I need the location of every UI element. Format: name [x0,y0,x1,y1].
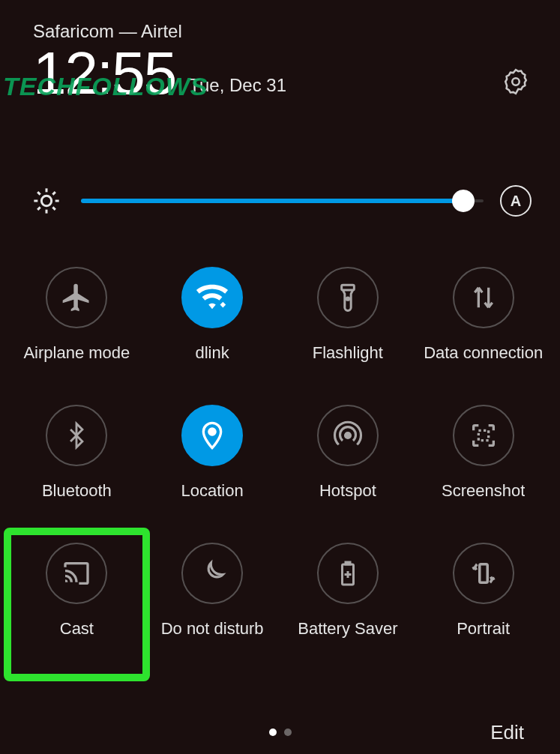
tile-label: Airplane mode [23,343,130,363]
moon-icon [181,543,243,604]
auto-brightness-label: A [511,193,521,210]
svg-point-12 [209,429,215,435]
page-dot-2 [284,729,292,736]
screenshot-icon [453,405,514,466]
airplane-icon [46,267,107,328]
time-row: 12:55 Tue, Dec 31 [33,43,286,103]
battery-saver-icon [317,543,379,604]
tile-label: Flashlight [313,343,383,363]
slider-thumb[interactable] [452,190,475,212]
page-dot-1 [269,729,277,736]
tile-airplane-mode[interactable]: Airplane mode [9,267,145,363]
tile-label: Cast [60,619,94,639]
tile-bluetooth[interactable]: Bluetooth [9,405,145,501]
bluetooth-icon [46,405,107,466]
tile-cast[interactable]: Cast [9,543,145,639]
tile-battery-saver[interactable]: Battery Saver [280,543,416,639]
brightness-icon [28,183,64,219]
tile-label: Battery Saver [298,619,397,639]
svg-rect-19 [479,564,487,583]
tile-do-not-disturb[interactable]: Do not disturb [145,543,280,639]
svg-line-7 [52,207,55,210]
tile-label: Do not disturb [161,619,264,639]
wifi-icon [181,267,243,328]
hotspot-icon [317,405,379,466]
tile-data-connection[interactable]: Data connection [415,267,551,363]
tile-label: Screenshot [442,481,525,501]
auto-brightness-button[interactable]: A [500,185,532,217]
footer: Edit [0,729,560,736]
svg-rect-16 [346,562,350,564]
svg-point-11 [346,298,349,300]
tile-label: dlink [196,343,229,363]
carrier-label: Safaricom — Airtel [33,21,286,42]
data-connection-icon [453,267,514,328]
tile-flashlight[interactable]: Flashlight [280,267,416,363]
svg-line-9 [52,192,55,195]
clock-time: 12:55 [33,43,175,103]
gear-icon [502,67,530,96]
tile-hotspot[interactable]: Hotspot [280,405,416,501]
header-left: Safaricom — Airtel 12:55 Tue, Dec 31 [33,21,286,103]
svg-point-1 [41,196,51,205]
portrait-lock-icon [453,543,514,604]
svg-point-13 [345,433,350,438]
svg-point-0 [512,78,520,85]
page-indicator[interactable] [269,729,292,736]
brightness-slider[interactable] [81,186,484,216]
tile-wifi[interactable]: dlink [145,267,280,363]
location-icon [181,405,243,466]
tile-label: Portrait [457,619,510,639]
tile-portrait[interactable]: Portrait [415,543,551,639]
cast-icon [46,543,107,604]
brightness-row: A [0,183,560,219]
slider-fill [81,199,468,203]
tile-label: Data connection [424,343,543,363]
svg-line-8 [37,207,40,210]
svg-rect-10 [342,285,355,290]
tile-label: Bluetooth [42,481,112,501]
quick-settings-grid: Airplane mode dlink Flashlight Data conn… [0,267,560,639]
flashlight-icon [317,267,379,328]
edit-button[interactable]: Edit [490,721,524,744]
svg-line-6 [37,192,40,195]
tile-location[interactable]: Location [145,405,280,501]
tile-screenshot[interactable]: Screenshot [415,405,551,501]
settings-button[interactable] [500,66,532,97]
svg-rect-14 [478,430,488,440]
date-label: Tue, Dec 31 [189,75,286,103]
tile-label: Hotspot [319,481,376,501]
status-header: Safaricom — Airtel 12:55 Tue, Dec 31 [0,0,560,103]
tile-label: Location [181,481,244,501]
